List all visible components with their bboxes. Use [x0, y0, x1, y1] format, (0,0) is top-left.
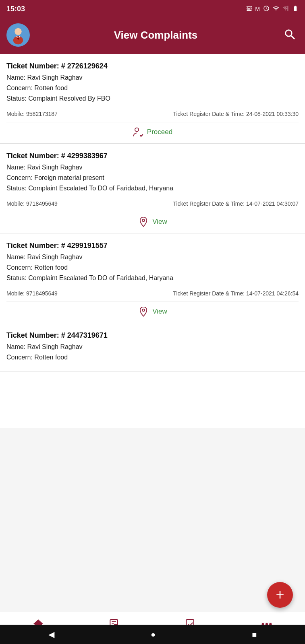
- complaint-name-3: Name: Ravi Singh Raghav: [6, 252, 299, 262]
- svg-rect-0: [287, 6, 288, 11]
- ticket-number-2: Ticket Number: # 4299383967: [6, 152, 299, 160]
- complaint-concern-1: Concern: Rotten food: [6, 83, 299, 93]
- header: View Complaints: [0, 18, 305, 54]
- proceed-button-1[interactable]: Proceed: [133, 126, 172, 138]
- complaint-name-2: Name: Ravi Singh Raghav: [6, 163, 299, 172]
- complaint-concern-2: Concern: Foreign material present: [6, 173, 299, 183]
- proceed-label-1: Proceed: [147, 128, 172, 136]
- complaint-name-4: Name: Ravi Singh Raghav: [6, 342, 299, 352]
- plus-icon: +: [276, 588, 284, 602]
- status-time: 15:03: [6, 5, 25, 13]
- avatar: [6, 23, 30, 47]
- view-button-2[interactable]: View: [138, 216, 167, 227]
- action-row-2: View: [6, 212, 299, 233]
- complaint-mobile-2: Mobile: 9718495649: [6, 200, 58, 207]
- view-label-3: View: [152, 308, 167, 316]
- gmail-status-icon: M: [255, 6, 260, 12]
- svg-point-2: [15, 28, 21, 35]
- complaint-status-3: Status: Complaint Escalated To DO of Far…: [6, 273, 299, 283]
- complaint-date-1: Ticket Register Date & Time: 24-08-2021 …: [173, 111, 299, 117]
- photo-status-icon: 🖼: [246, 6, 252, 12]
- complaint-meta-2: Mobile: 9718495649 Ticket Register Date …: [6, 200, 299, 207]
- complaint-mobile-3: Mobile: 9718495649: [6, 290, 58, 297]
- svg-point-7: [135, 128, 139, 132]
- ticket-number-1: Ticket Number: # 2726129624: [6, 62, 299, 70]
- android-home-button[interactable]: ●: [141, 627, 165, 642]
- ticket-number-4: Ticket Number: # 2447319671: [6, 331, 299, 340]
- android-back-button[interactable]: ◀: [39, 626, 64, 642]
- status-icons: 🖼 M: [246, 5, 299, 13]
- view-button-3[interactable]: View: [138, 306, 167, 317]
- wifi-icon: [273, 5, 279, 13]
- page-title: View Complaints: [30, 29, 282, 41]
- status-bar: 15:03 🖼 M: [0, 0, 305, 18]
- complaint-concern-3: Concern: Rotten food: [6, 263, 299, 272]
- complaints-list: Ticket Number: # 2726129624 Name: Ravi S…: [0, 54, 305, 428]
- complaint-card: Ticket Number: # 2447319671 Name: Ravi S…: [0, 323, 305, 372]
- complaint-card: Ticket Number: # 2726129624 Name: Ravi S…: [0, 54, 305, 144]
- complaint-date-2: Ticket Register Date & Time: 14-07-2021 …: [173, 200, 299, 207]
- complaint-status-2: Status: Complaint Escalated To DO of Far…: [6, 184, 299, 193]
- complaint-card: Ticket Number: # 4299383967 Name: Ravi S…: [0, 144, 305, 233]
- complaint-date-3: Ticket Register Date & Time: 14-07-2021 …: [173, 290, 299, 297]
- signal-icon: [282, 5, 289, 13]
- ticket-number-3: Ticket Number: # 4299191557: [6, 242, 299, 250]
- svg-point-8: [142, 219, 145, 222]
- complaint-meta-3: Mobile: 9718495649 Ticket Register Date …: [6, 290, 299, 297]
- complaint-concern-4: Concern: Rotten food: [6, 353, 299, 362]
- android-recent-button[interactable]: ■: [242, 627, 266, 642]
- complaint-name-1: Name: Ravi Singh Raghav: [6, 73, 299, 83]
- add-complaint-fab[interactable]: +: [267, 582, 293, 608]
- complaint-card: Ticket Number: # 4299191557 Name: Ravi S…: [0, 233, 305, 323]
- battery-icon: [292, 5, 299, 13]
- svg-point-9: [142, 309, 145, 312]
- search-button[interactable]: [282, 26, 299, 44]
- view-label-2: View: [152, 218, 167, 226]
- action-row-3: View: [6, 301, 299, 323]
- complaint-status-1: Status: Complaint Resolved By FBO: [6, 94, 299, 103]
- action-row-1: Proceed: [6, 122, 299, 143]
- complaint-mobile-1: Mobile: 9582173187: [6, 111, 58, 117]
- complaint-meta-1: Mobile: 9582173187 Ticket Register Date …: [6, 111, 299, 117]
- android-nav-bar: ◀ ● ■: [0, 625, 305, 644]
- alarm-icon: [263, 5, 270, 13]
